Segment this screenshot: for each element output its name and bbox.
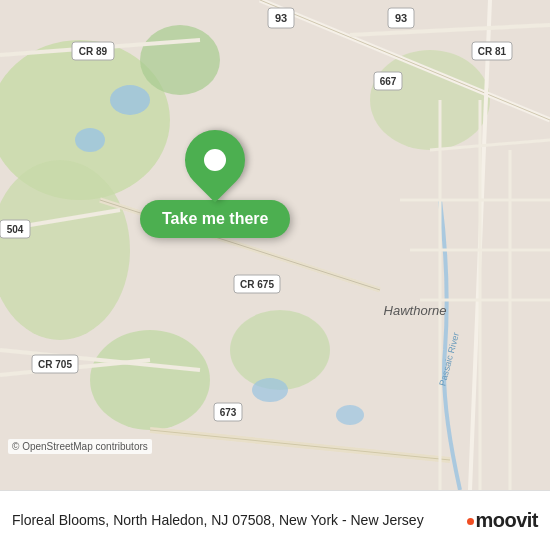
map-overlay: Take me there [140, 130, 290, 238]
bottom-bar: Floreal Blooms, North Haledon, NJ 07508,… [0, 490, 550, 550]
svg-text:93: 93 [275, 12, 287, 24]
moovit-logo: moovit [467, 509, 538, 532]
svg-text:CR 81: CR 81 [478, 46, 507, 57]
svg-point-7 [110, 85, 150, 115]
svg-text:CR 705: CR 705 [38, 359, 72, 370]
moovit-brand: moovit [467, 509, 538, 532]
map-pin [173, 118, 258, 203]
svg-point-9 [252, 378, 288, 402]
svg-text:CR 675: CR 675 [240, 279, 274, 290]
map-container: 93 93 CR 89 CR 81 667 504 CR 675 CR 705 … [0, 0, 550, 490]
svg-point-5 [140, 25, 220, 95]
osm-credit: © OpenStreetMap contributors [8, 439, 152, 454]
svg-point-3 [90, 330, 210, 430]
svg-point-6 [370, 50, 490, 150]
svg-text:667: 667 [380, 76, 397, 87]
svg-text:504: 504 [7, 224, 24, 235]
take-me-there-button[interactable]: Take me there [140, 200, 290, 238]
svg-point-4 [230, 310, 330, 390]
svg-text:673: 673 [220, 407, 237, 418]
svg-point-10 [336, 405, 364, 425]
moovit-dot [467, 518, 474, 525]
map-pin-inner [204, 149, 226, 171]
location-text: Floreal Blooms, North Haledon, NJ 07508,… [12, 511, 455, 529]
svg-text:93: 93 [395, 12, 407, 24]
svg-text:Hawthorne: Hawthorne [384, 303, 447, 318]
svg-text:CR 89: CR 89 [79, 46, 108, 57]
svg-point-8 [75, 128, 105, 152]
